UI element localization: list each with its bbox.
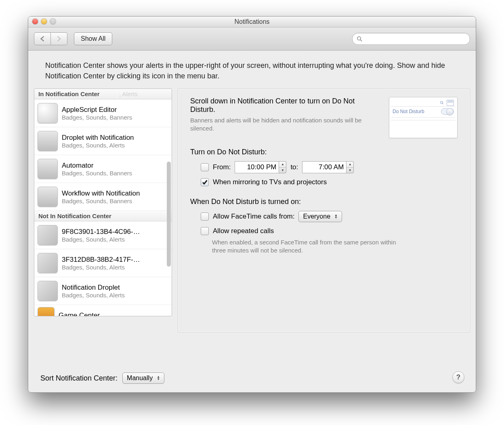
list-icon [447,100,454,106]
allow-repeated-label: Allow repeated calls [213,227,274,235]
back-button[interactable] [34,32,51,45]
from-time-field[interactable]: 10:00 PM [235,161,279,173]
window-title: Notifications [234,18,269,25]
app-name: AppleScript Editor [62,106,132,114]
list-item[interactable]: Automator Badges, Sounds, Banners [34,155,172,183]
dnd-toggle-icon [441,108,454,115]
footer: Sort Notification Center: Manually ▲▼ ? [28,364,476,392]
app-name: 9F8C3901-13B4-4C96-… [62,228,140,236]
svg-line-3 [443,103,443,104]
app-name: Notification Droplet [62,284,125,292]
from-checkbox[interactable] [201,163,209,171]
chevron-right-icon [57,36,61,42]
checkmark-icon [202,179,208,185]
section-header-out: Not In Notification Center [34,211,172,221]
app-icon [38,159,58,179]
sort-label: Sort Notification Center: [40,374,118,383]
turn-on-label: Turn on Do Not Disturb: [190,148,458,156]
facetime-from-value: Everyone [303,213,330,220]
dnd-scroll-heading: Scroll down in Notification Center to tu… [190,97,378,114]
apps-list[interactable]: In Notification Center , Alerts AppleScr… [34,88,172,316]
mini-dnd-label: Do Not Disturb [393,109,424,114]
titlebar[interactable]: Notifications [28,17,476,27]
app-sub: Badges, Sounds, Banners [62,170,132,177]
app-name: Workflow with Notification [62,189,140,198]
question-icon: ? [456,373,460,381]
mirror-label: When mirroring to TVs and projectors [213,178,327,186]
scrollbar-thumb[interactable] [167,162,171,267]
app-icon [38,103,58,123]
pane-description: Notification Center shows your alerts in… [28,50,476,88]
search-icon [440,101,444,105]
app-icon [38,281,58,301]
allow-facetime-checkbox[interactable] [201,212,209,221]
chevron-down-icon: ▼ [279,168,286,173]
forward-button[interactable] [51,32,67,45]
minimize-icon[interactable] [41,19,47,24]
mirror-checkbox[interactable] [201,178,209,186]
from-stepper[interactable]: ▲▼ [279,161,286,173]
app-name: 3F312D8B-38B2-417F-… [62,256,140,264]
sort-value: Manually [127,375,153,382]
zoom-icon[interactable] [50,19,56,24]
popup-arrows-icon: ▲▼ [334,214,338,219]
chevron-down-icon: ▼ [346,168,353,173]
list-item[interactable]: Game Center [34,305,172,316]
chevron-up-icon: ▲ [279,162,286,168]
section-header-in: In Notification Center , Alerts [34,89,172,99]
to-time-field[interactable]: 7:00 AM [302,161,346,173]
help-button[interactable]: ? [452,371,464,383]
dnd-preview-icon: Do Not Disturb [389,97,458,138]
section-header-in-label: In Notification Center [38,90,100,97]
app-name: Droplet with Notification [62,134,134,142]
app-icon [38,225,58,245]
from-label: From: [213,163,231,171]
to-stepper[interactable]: ▲▼ [346,161,354,173]
repeated-hint: When enabled, a second FaceTime call fro… [212,238,406,255]
list-item[interactable]: 9F8C3901-13B4-4C96-… Badges, Sounds, Ale… [34,221,172,249]
traffic-lights [32,19,56,24]
section-header-out-label: Not In Notification Center [38,212,111,219]
list-item[interactable]: Notification Droplet Badges, Sounds, Ale… [34,277,172,305]
popup-arrows-icon: ▲▼ [157,376,160,381]
app-name: Game Center [59,311,100,316]
allow-repeated-checkbox[interactable] [201,227,209,235]
app-sub: Badges, Sounds, Alerts [62,142,134,149]
dnd-scroll-sub: Banners and alerts will be hidden and no… [190,116,378,133]
list-item[interactable]: 3F312D8B-38B2-417F-… Badges, Sounds, Ale… [34,249,172,277]
close-icon[interactable] [32,19,38,24]
toolbar: Show All [28,27,476,50]
svg-point-2 [441,101,443,103]
search-input[interactable] [365,35,466,42]
app-icon [38,253,58,273]
app-sub: Badges, Sounds, Banners [62,114,132,121]
when-on-label: When Do Not Disturb is turned on: [190,198,458,206]
app-sub: Badges, Sounds, Banners [62,198,140,204]
list-item[interactable]: Workflow with Notification Badges, Sound… [34,183,172,211]
chevron-left-icon [40,36,45,42]
sort-popup[interactable]: Manually ▲▼ [122,372,164,384]
app-icon [38,131,58,151]
dnd-settings-panel: Scroll down in Notification Center to tu… [178,88,470,332]
app-sub: Badges, Sounds, Alerts [62,264,140,271]
facetime-from-popup[interactable]: Everyone ▲▼ [298,211,342,222]
list-item[interactable]: Droplet with Notification Badges, Sounds… [34,127,172,155]
app-name: Automator [62,162,132,170]
section-header-faded: , Alerts [119,90,138,97]
app-icon [38,187,58,207]
svg-line-1 [360,40,362,41]
app-icon [38,307,55,316]
chevron-up-icon: ▲ [346,162,353,168]
to-label: to: [290,163,298,171]
preferences-window: Notifications Show All Notification Cent… [28,16,476,393]
search-icon [357,36,363,42]
app-sub: Badges, Sounds, Alerts [62,292,125,299]
list-item[interactable]: AppleScript Editor Badges, Sounds, Banne… [34,99,172,127]
allow-facetime-label: Allow FaceTime calls from: [213,212,294,221]
search-field[interactable] [352,33,470,45]
svg-point-0 [357,36,361,40]
app-sub: Badges, Sounds, Alerts [62,236,140,243]
nav-segment [34,32,67,45]
show-all-button[interactable]: Show All [74,32,112,45]
